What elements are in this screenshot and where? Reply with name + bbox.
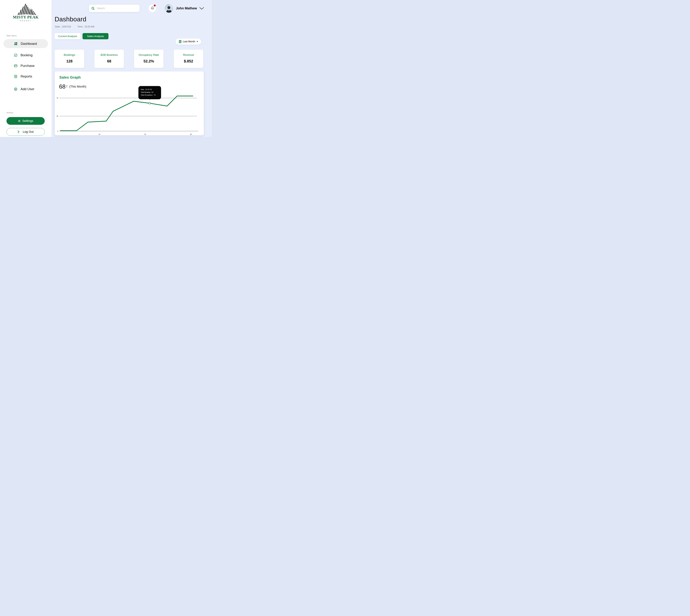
stat-card-occupancy: Occupancy Rate 52.2% xyxy=(134,50,164,68)
tooltip-booking: Total Booking : 62 xyxy=(141,91,161,94)
calendar-icon xyxy=(179,40,182,43)
up-arrow-icon: ↑ xyxy=(66,84,68,89)
stat-value: 52.2% xyxy=(134,59,164,63)
tab-current-analysis[interactable]: Current Analysis xyxy=(55,33,81,39)
grid-icon xyxy=(14,42,18,45)
logout-button-label: Log Out xyxy=(23,130,34,134)
sidebar-item-label: Reports xyxy=(21,74,32,78)
tooltip-occupancy: Total Occupancy : 72 xyxy=(141,94,161,96)
settings-button[interactable]: ⚙ Settings xyxy=(6,117,45,125)
stat-card-revenue: Revenue $.852 xyxy=(174,50,203,68)
svg-text:0: 0 xyxy=(57,130,58,132)
actions-label: Actions xyxy=(6,111,13,114)
avatar[interactable] xyxy=(165,4,173,13)
bell-icon xyxy=(150,6,154,10)
stat-card-bookings: Bookings 128 xyxy=(55,50,84,68)
gear-icon: ⚙ xyxy=(18,119,21,123)
dropdown-triangle-icon: ▼ xyxy=(196,41,198,42)
search-input[interactable] xyxy=(97,7,137,10)
report-list-icon xyxy=(14,74,18,78)
stat-label: Revenue xyxy=(174,53,203,57)
user-name[interactable]: John Mathew xyxy=(176,6,197,10)
stat-label: Bookings xyxy=(55,53,84,57)
checkbox-icon xyxy=(14,53,18,57)
settings-button-label: Settings xyxy=(22,119,33,123)
headline-suffix: (This Month) xyxy=(69,85,86,88)
stat-value: 68 xyxy=(95,59,124,63)
mountain-logo-icon xyxy=(11,3,40,16)
date-range-dropdown[interactable]: Last Month ▼ xyxy=(175,39,201,45)
search-bar xyxy=(89,4,140,12)
logout-icon xyxy=(18,130,21,133)
date-time-row: Date : 10/07/23 Time : 10:20 AM xyxy=(55,25,100,28)
chart-tooltip: Date : 21-07-23 Total Booking : 62 Total… xyxy=(139,86,161,99)
sidebar-item-label: Booking xyxy=(21,53,33,57)
stat-label: Occupancy Rate xyxy=(134,53,164,57)
stat-value: 128 xyxy=(55,59,84,63)
main-menu-label: Main Menu xyxy=(6,35,17,37)
sidebar-item-label: Dashboard xyxy=(21,42,37,46)
sales-line-chart: 03075102030 xyxy=(57,95,200,135)
svg-text:20: 20 xyxy=(144,133,146,135)
sidebar-item-add-user[interactable]: Add User xyxy=(4,86,48,92)
date-label: Date : 10/07/23 xyxy=(55,25,71,28)
sales-graph-card: Sales Graph 68 ↑ (This Month) 0307510203… xyxy=(55,71,204,135)
sidebar: MISTY PEAK • RESORT • Main Menu Dashboar… xyxy=(0,0,51,137)
svg-text:30: 30 xyxy=(190,133,192,135)
stat-card-b2b: B2B Business 68 xyxy=(95,50,124,68)
logout-button[interactable]: Log Out xyxy=(6,128,45,136)
svg-text:75: 75 xyxy=(57,97,58,99)
sidebar-item-booking[interactable]: Booking xyxy=(4,52,48,59)
tooltip-date: Date : 21-07-23 xyxy=(141,88,161,91)
time-label: Time : 10:20 AM xyxy=(78,25,95,28)
sales-headline: 68 ↑ (This Month) xyxy=(59,83,86,90)
add-user-icon xyxy=(14,87,18,91)
sidebar-item-dashboard[interactable]: Dashboard xyxy=(4,39,48,48)
credit-card-icon xyxy=(14,64,18,68)
notification-badge xyxy=(154,4,156,6)
sidebar-item-label: Purchase xyxy=(21,64,35,68)
brand-name: MISTY PEAK xyxy=(0,15,51,19)
stat-value: $.852 xyxy=(174,59,203,63)
brand-logo: MISTY PEAK • RESORT • xyxy=(0,3,51,22)
sidebar-item-label: Add User xyxy=(21,87,34,91)
tab-label: Sales Analysis xyxy=(87,35,104,38)
svg-text:10: 10 xyxy=(99,133,100,135)
chevron-down-icon[interactable] xyxy=(200,7,204,10)
sidebar-item-reports[interactable]: Reports xyxy=(4,73,48,80)
tab-sales-analysis[interactable]: Sales Analysis xyxy=(83,33,108,39)
brand-tagline: • RESORT • xyxy=(0,20,51,22)
headline-value: 68 xyxy=(59,83,66,90)
notifications-button[interactable] xyxy=(149,4,156,12)
sales-graph-title: Sales Graph xyxy=(59,75,81,80)
svg-text:30: 30 xyxy=(57,115,58,117)
sidebar-item-purchase[interactable]: Purchase xyxy=(4,63,48,69)
stat-label: B2B Business xyxy=(95,53,124,57)
page-title: Dashboard xyxy=(55,16,86,23)
dashboard-app: MISTY PEAK • RESORT • Main Menu Dashboar… xyxy=(0,0,212,137)
tab-label: Current Analysis xyxy=(58,35,77,38)
date-range-label: Last Month xyxy=(183,40,195,43)
search-icon xyxy=(91,7,95,10)
